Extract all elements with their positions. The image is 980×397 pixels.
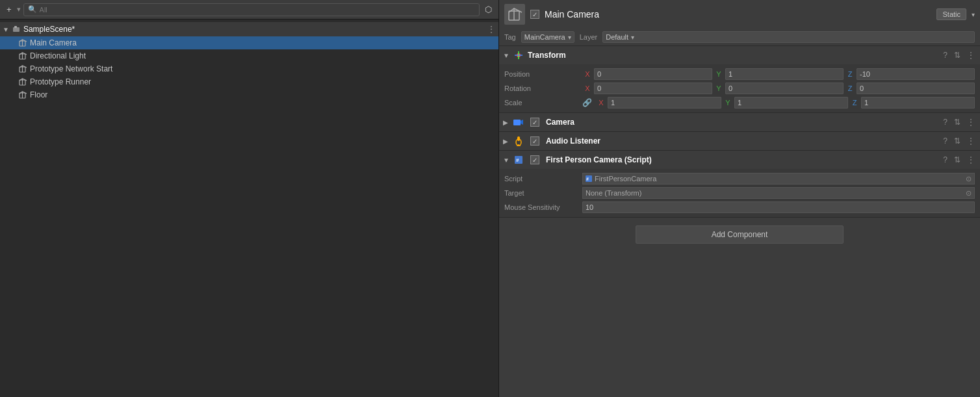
object-name: Main Camera [545,9,931,19]
camera-active-checkbox[interactable] [530,118,539,127]
audio-listener-active-checkbox[interactable] [530,136,539,146]
inspector-panel: Main Camera Static ▾ Tag MainCamera ▾ La… [499,0,980,397]
camera-settings-button[interactable]: ⇅ [953,118,962,127]
svg-rect-17 [513,120,521,125]
position-z-input[interactable] [857,68,975,80]
camera-help-button[interactable]: ? [942,118,949,127]
hierarchy-item-label-prototype-network-start: Prototype Network Start [30,64,112,73]
hierarchy-item-prototype-runner[interactable]: Prototype Runner [0,75,498,88]
hierarchy-item-label-floor: Floor [30,90,47,99]
script-field[interactable]: # FirstPersonCamera ⊙ [582,173,975,185]
transform-header[interactable]: ▼ Transform ? ⇅ ⋮ [499,46,980,64]
scale-z-label: Z [849,99,860,107]
cube-icon-prototype-network-start [18,64,27,73]
audio-listener-help-button[interactable]: ? [942,136,949,146]
transform-icon [513,50,524,60]
hierarchy-item-label-prototype-runner: Prototype Runner [30,77,91,86]
position-y-input[interactable] [725,68,844,80]
scale-x-input[interactable] [608,97,721,109]
scale-x-label: X [596,99,606,107]
camera-icon [513,117,524,127]
scale-z-input[interactable] [861,97,975,109]
position-fields: X Y Z [582,68,975,80]
tag-value: MainCamera [524,33,565,41]
scene-menu-button[interactable]: ⋮ [487,24,496,34]
transform-help-button[interactable]: ? [942,51,949,60]
target-selector-icon[interactable]: ⊙ [966,189,972,198]
scene-header[interactable]: ▼ SampleScene* ⋮ [0,22,498,36]
first-person-camera-actions: ? ⇅ ⋮ [942,155,976,164]
transform-body: Position X Y Z Rotation X Y [499,64,980,112]
rotation-y-input[interactable] [725,83,844,94]
hierarchy-content: ▼ SampleScene* ⋮ Main Camera [0,19,498,397]
hierarchy-item-floor[interactable]: Floor [0,88,498,101]
hierarchy-item-prototype-network-start[interactable]: Prototype Network Start [0,62,498,75]
transform-settings-button[interactable]: ⇅ [953,51,962,60]
hierarchy-item-main-camera[interactable]: Main Camera [0,36,498,49]
position-x-input[interactable] [594,68,712,80]
audio-listener-header[interactable]: ▶ Audio Listener ? ⇅ ⋮ [499,132,980,150]
static-button[interactable]: Static [936,8,966,20]
transform-name: Transform [528,51,938,60]
target-field[interactable]: None (Transform) ⊙ [582,187,975,199]
add-component-button[interactable]: Add Component [636,225,844,244]
rotation-x-input[interactable] [594,83,712,94]
scale-fields: 🔗 X Y Z [582,97,975,109]
search-box: 🔍 [23,3,480,16]
position-label: Position [504,70,582,78]
mouse-sensitivity-label: Mouse Sensitivity [504,203,582,211]
first-person-camera-menu-button[interactable]: ⋮ [966,155,976,164]
scale-lock-icon[interactable]: 🔗 [582,98,592,107]
cube-icon-main-camera [18,38,27,47]
rotation-y-label: Y [714,84,724,92]
first-person-camera-name: First Person Camera (Script) [546,155,938,164]
hierarchy-toolbar: + ▾ 🔍 ⬡ [0,0,498,19]
audio-listener-icon [513,136,524,146]
export-button[interactable]: ⬡ [482,3,495,16]
first-person-camera-settings-button[interactable]: ⇅ [953,155,962,164]
scale-y-input[interactable] [734,97,848,109]
mouse-sensitivity-input[interactable] [582,201,975,213]
audio-listener-menu-button[interactable]: ⋮ [966,136,976,146]
script-selector-icon[interactable]: ⊙ [966,175,972,183]
first-person-camera-header[interactable]: ▼ # First Person Camera (Script) ? ⇅ ⋮ [499,151,980,169]
search-icon: 🔍 [28,5,37,14]
svg-text:#: # [586,177,589,181]
inspector-object-header: Main Camera Static ▾ [499,0,980,29]
audio-listener-actions: ? ⇅ ⋮ [942,136,976,146]
tag-layer-row: Tag MainCamera ▾ Layer Default ▾ [499,29,980,46]
rotation-row: Rotation X Y Z [499,81,980,96]
first-person-camera-active-checkbox[interactable] [530,155,539,164]
camera-collapse-arrow: ▶ [503,119,509,126]
layer-dropdown[interactable]: Default ▾ [602,31,975,43]
layer-label: Layer [580,33,598,41]
first-person-camera-help-button[interactable]: ? [942,155,949,164]
transform-menu-button[interactable]: ⋮ [966,51,976,60]
svg-rect-0 [13,27,19,32]
cube-icon-directional-light [18,51,27,60]
svg-marker-18 [521,120,523,125]
script-row: Script # FirstPersonCamera ⊙ [499,172,980,186]
rotation-fields: X Y Z [582,83,975,94]
audio-listener-collapse-arrow: ▶ [503,138,509,145]
rotation-z-input[interactable] [857,83,975,94]
rotation-label: Rotation [504,84,582,92]
transform-actions: ? ⇅ ⋮ [942,51,976,60]
static-dropdown-arrow[interactable]: ▾ [972,11,975,18]
camera-header[interactable]: ▶ Camera ? ⇅ ⋮ [499,113,980,131]
camera-menu-button[interactable]: ⋮ [966,118,976,127]
camera-name: Camera [546,118,938,127]
object-active-checkbox[interactable] [530,10,539,19]
hierarchy-item-directional-light[interactable]: Directional Light [0,49,498,62]
cube-icon-prototype-runner [18,77,27,86]
search-input[interactable] [40,6,475,14]
toolbar-dropdown-arrow[interactable]: ▾ [17,5,21,14]
scale-row: Scale 🔗 X Y Z [499,96,980,110]
rotation-x-label: X [582,84,593,92]
target-value: None (Transform) [586,189,641,197]
audio-listener-settings-button[interactable]: ⇅ [953,136,962,146]
position-row: Position X Y Z [499,67,980,81]
hierarchy-item-label-directional-light: Directional Light [30,51,86,60]
tag-dropdown[interactable]: MainCamera ▾ [521,31,574,43]
add-button[interactable]: + [4,3,14,16]
